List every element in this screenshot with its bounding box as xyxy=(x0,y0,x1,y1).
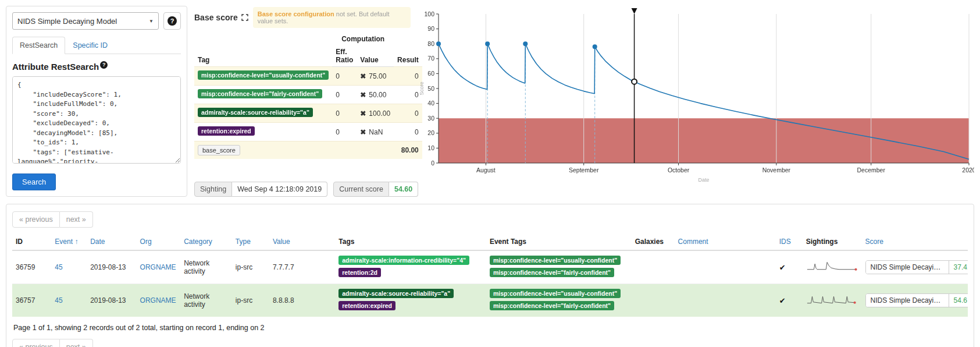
model-select-value: NIDS Simple Decaying Model xyxy=(17,17,117,26)
x-tick-label: September xyxy=(569,167,599,174)
column-header-ids[interactable]: IDS xyxy=(776,233,803,250)
y-tick-label: 10 xyxy=(427,144,434,151)
event-tag-line: misp:confidence-level="usually-confident… xyxy=(490,256,628,267)
sighting-point[interactable] xyxy=(485,41,490,46)
model-select[interactable]: NIDS Simple Decaying Model ▼ xyxy=(12,12,159,30)
cursor-marker[interactable] xyxy=(632,79,637,84)
search-button[interactable]: Search xyxy=(12,174,56,190)
base-score-row: admiralty-scale:source-reliability="a"0✖… xyxy=(194,104,422,123)
y-tick-label: 50 xyxy=(427,85,434,92)
sighting-point[interactable] xyxy=(593,44,597,49)
sighting-point[interactable] xyxy=(436,41,441,46)
base-score-badge: base_score xyxy=(198,145,240,155)
y-axis-title: Score xyxy=(419,82,425,95)
tag-badge[interactable]: admiralty-scale:source-reliability="a" xyxy=(338,289,454,298)
next-page-button[interactable]: next » xyxy=(60,339,93,347)
column-header-score[interactable]: Score xyxy=(862,233,968,250)
score-model-name: NIDS Simple Decaying Model xyxy=(866,294,949,307)
column-header-date[interactable]: Date xyxy=(87,233,136,250)
y-tick-label: 0 xyxy=(431,160,434,167)
column-header-value[interactable]: Value xyxy=(269,233,335,250)
previous-page-button[interactable]: « previous xyxy=(12,339,60,347)
sparkline-line xyxy=(807,296,855,303)
help-button[interactable]: ? xyxy=(163,12,181,30)
restsearch-query-input[interactable]: { "includeDecayScore": 1, "includeFullMo… xyxy=(12,76,181,164)
score-model-name: NIDS Simple Decaying Model xyxy=(866,261,949,274)
top-section: NIDS Simple Decaying Model ▼ ? RestSearc… xyxy=(0,0,980,203)
cell-date: 2019-08-13 xyxy=(87,250,136,284)
next-page-button[interactable]: next » xyxy=(60,211,93,228)
column-header-category[interactable]: Category xyxy=(180,233,232,250)
restsearch-heading: Attribute RestSearch? xyxy=(12,61,181,72)
column-header-tag: Tag xyxy=(194,33,332,67)
cell-value: ✖50.00 xyxy=(357,86,394,104)
event-tag-line: misp:confidence-level="fairly-confident" xyxy=(490,268,628,279)
sparkline-endpoint-dot xyxy=(854,268,857,270)
event-tag-badge[interactable]: misp:confidence-level="usually-confident… xyxy=(490,289,621,298)
caret-down-icon: ▼ xyxy=(149,19,154,24)
cell-galaxies xyxy=(632,284,675,317)
sightings-sparkline xyxy=(806,261,861,272)
cell-value: ✖75.00 xyxy=(357,67,394,86)
score-value: 37.41 xyxy=(949,261,968,274)
cell-score: NIDS Simple Decaying Model37.41 xyxy=(862,250,968,284)
column-header-org[interactable]: Org xyxy=(137,233,181,250)
base-score-row: retention:expired0✖NaN0 xyxy=(194,123,422,141)
cell-tags: admiralty-scale:source-reliability="a"re… xyxy=(335,284,486,317)
cell-tag: misp:confidence-level="fairly-confident" xyxy=(194,86,332,104)
base-score-title: Base score xyxy=(194,13,238,22)
pagination-bottom: « previous next » xyxy=(12,339,93,347)
tag-line: retention:expired xyxy=(338,301,483,312)
result-row: 36757452019-08-13ORGNAMENetwork activity… xyxy=(12,284,968,317)
event-tag-line: misp:confidence-level="usually-confident… xyxy=(490,289,628,300)
tab-bar: RestSearch Specific ID xyxy=(12,37,181,54)
org-link[interactable]: ORGNAME xyxy=(140,263,176,271)
event-link[interactable]: 45 xyxy=(55,263,62,271)
cell-tag: admiralty-scale:source-reliability="a" xyxy=(194,104,332,123)
org-link[interactable]: ORGNAME xyxy=(140,296,176,304)
multiply-icon: ✖ xyxy=(360,109,366,118)
event-tag-badge[interactable]: misp:confidence-level="usually-confident… xyxy=(490,256,621,265)
sparkline-line xyxy=(807,262,856,269)
column-header-computation: Computation xyxy=(332,33,394,45)
score-box: NIDS Simple Decaying Model37.41 xyxy=(865,260,968,274)
tag-badge[interactable]: admiralty-scale:information-credibility=… xyxy=(338,256,469,265)
cell-eff-ratio: 0 xyxy=(332,104,357,123)
tag-badge[interactable]: admiralty-scale:source-reliability="a" xyxy=(198,108,313,117)
results-panel: « previous next » IDEvent ↑DateOrgCatego… xyxy=(6,204,974,347)
result-row: 36759452019-08-13ORGNAMENetwork activity… xyxy=(12,250,968,284)
tag-badge[interactable]: retention:expired xyxy=(338,301,395,310)
tab-specific-id[interactable]: Specific ID xyxy=(65,37,115,54)
sighting-group: Sighting Wed Sep 4 12:18:09 2019 xyxy=(194,182,327,197)
column-header-comment[interactable]: Comment xyxy=(675,233,776,250)
event-link[interactable]: 45 xyxy=(55,296,62,304)
tag-badge[interactable]: misp:confidence-level="usually-confident… xyxy=(198,70,329,80)
tag-badge[interactable]: retention:expired xyxy=(198,126,255,136)
event-tag-badge[interactable]: misp:confidence-level="fairly-confident" xyxy=(490,268,614,277)
cell-galaxies xyxy=(632,250,675,284)
cell-tags: admiralty-scale:information-credibility=… xyxy=(335,250,486,284)
column-header-event[interactable]: Event ↑ xyxy=(51,233,87,250)
question-icon: ? xyxy=(168,16,177,26)
previous-page-button[interactable]: « previous xyxy=(12,211,60,228)
cell-event: 45 xyxy=(51,284,87,317)
results-table: IDEvent ↑DateOrgCategoryTypeValueTagsEve… xyxy=(12,233,968,317)
base-score-table: Tag Computation Result Eff. Ratio Value … xyxy=(194,33,422,159)
column-header-event-tags: Event Tags xyxy=(486,233,632,250)
tag-badge[interactable]: retention:2d xyxy=(338,268,381,277)
expand-icon[interactable] xyxy=(241,14,248,21)
cell-org: ORGNAME xyxy=(137,250,181,284)
multiply-icon: ✖ xyxy=(360,128,366,136)
cursor-handle-icon[interactable] xyxy=(632,8,637,14)
cell-comment xyxy=(675,284,776,317)
event-tag-badge[interactable]: misp:confidence-level="fairly-confident" xyxy=(490,301,614,310)
cell-comment xyxy=(675,250,776,284)
cell-category: Network activity xyxy=(180,284,232,317)
sighting-point[interactable] xyxy=(523,41,528,46)
event-tag-line: misp:confidence-level="fairly-confident" xyxy=(490,301,628,312)
tag-badge[interactable]: misp:confidence-level="fairly-confident" xyxy=(198,89,322,98)
question-icon[interactable]: ? xyxy=(100,61,108,69)
column-header-type[interactable]: Type xyxy=(232,233,269,250)
tab-restsearch[interactable]: RestSearch xyxy=(12,37,65,54)
cell-event-tags: misp:confidence-level="usually-confident… xyxy=(486,284,632,317)
